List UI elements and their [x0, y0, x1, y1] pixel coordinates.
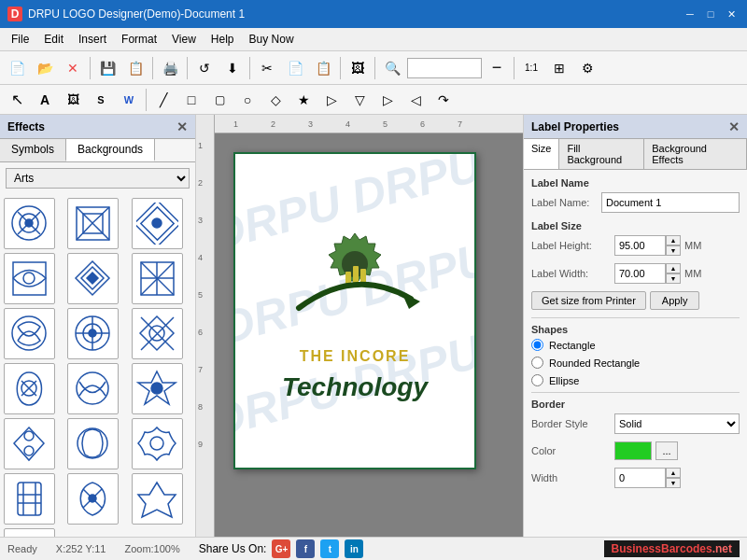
refresh-button[interactable]: ↺: [191, 55, 218, 81]
open-button[interactable]: 📂: [32, 55, 58, 81]
copy-button[interactable]: 📄: [282, 55, 308, 81]
effect-item[interactable]: [67, 253, 119, 304]
get-size-button[interactable]: Get size from Printer: [531, 291, 646, 310]
border-width-up-button[interactable]: ▲: [666, 468, 681, 478]
cut-button[interactable]: ✂: [254, 55, 280, 81]
menu-help[interactable]: Help: [204, 31, 242, 48]
border-width-down-button[interactable]: ▼: [666, 478, 681, 488]
import-button[interactable]: ⬇: [219, 55, 246, 81]
height-up-button[interactable]: ▲: [666, 235, 681, 245]
zoom-input[interactable]: 100%: [407, 58, 482, 78]
doc-title: THE INCORE: [300, 348, 411, 365]
ruler-mark-v: 7: [198, 365, 203, 374]
settings-button[interactable]: ⚙: [574, 55, 600, 81]
effects-close-button[interactable]: ✕: [176, 119, 188, 134]
shape-rounded-radio[interactable]: [531, 357, 543, 369]
menu-format[interactable]: Format: [114, 31, 164, 48]
arrow-narrow-tool[interactable]: ▷: [374, 87, 401, 113]
pointer-tool[interactable]: ↖: [4, 87, 30, 113]
arrow-left-tool[interactable]: ◁: [402, 87, 429, 113]
effect-item[interactable]: [132, 418, 183, 469]
effects-category-dropdown[interactable]: Arts Business Nature Tech: [6, 168, 190, 189]
effect-item[interactable]: [67, 363, 119, 414]
title-bar-controls[interactable]: ─ □ ✕: [682, 6, 740, 22]
save-as-button[interactable]: 📋: [122, 55, 148, 81]
width-input[interactable]: [614, 263, 666, 284]
paste-button[interactable]: 📋: [310, 55, 336, 81]
effect-item[interactable]: [67, 418, 119, 469]
effect-item[interactable]: [67, 473, 119, 525]
tab-fill-background[interactable]: Fill Background: [559, 139, 644, 169]
border-color-picker-button[interactable]: ...: [655, 441, 678, 460]
menu-buynow[interactable]: Buy Now: [242, 31, 302, 48]
effect-item[interactable]: [4, 528, 55, 537]
height-down-button[interactable]: ▼: [666, 245, 681, 256]
effect-item[interactable]: [4, 473, 55, 525]
image-button[interactable]: 🖼: [345, 55, 371, 81]
effect-item[interactable]: [67, 198, 119, 249]
minimize-button[interactable]: ─: [682, 6, 698, 22]
width-spinner: ▲ ▼: [614, 263, 681, 284]
effect-item[interactable]: [4, 198, 55, 249]
rect-tool[interactable]: □: [178, 87, 204, 113]
menu-view[interactable]: View: [164, 31, 204, 48]
shape-ellipse-radio[interactable]: [531, 374, 543, 386]
line-tool[interactable]: ╱: [150, 87, 176, 113]
star-tool[interactable]: ★: [290, 87, 317, 113]
grid-button[interactable]: ⊞: [546, 55, 572, 81]
barcode-tool[interactable]: S: [88, 87, 114, 113]
text-tool[interactable]: A: [32, 87, 58, 113]
border-style-select[interactable]: Solid Dashed Dotted: [614, 413, 740, 434]
width-down-button[interactable]: ▼: [666, 273, 681, 284]
circle-tool[interactable]: ○: [234, 87, 261, 113]
facebook-icon[interactable]: f: [296, 539, 315, 558]
tab-size[interactable]: Size: [524, 139, 559, 169]
border-color-swatch[interactable]: [614, 441, 652, 460]
new-button[interactable]: 📄: [4, 55, 30, 81]
curve-tool[interactable]: ↷: [430, 87, 457, 113]
google-plus-icon[interactable]: G+: [272, 539, 290, 558]
effect-item[interactable]: [4, 363, 55, 414]
save-button[interactable]: 💾: [94, 55, 120, 81]
shape-rectangle-radio[interactable]: [531, 339, 543, 351]
tab-background-effects[interactable]: Background Effects: [644, 139, 747, 169]
actual-size-button[interactable]: 1:1: [518, 55, 544, 81]
effect-item[interactable]: [67, 308, 119, 359]
word-tool[interactable]: W: [116, 87, 142, 113]
category-select[interactable]: Arts Business Nature Tech: [6, 168, 190, 189]
print-button[interactable]: 🖨️: [157, 55, 183, 81]
effect-item[interactable]: [132, 253, 183, 304]
menu-insert[interactable]: Insert: [71, 31, 114, 48]
image-insert-tool[interactable]: 🖼: [60, 87, 86, 113]
document-canvas[interactable]: DRPU DRPU DRPU DRPU DRPU DRPU: [233, 152, 476, 469]
border-style-label: Border Style: [531, 418, 611, 429]
effect-item[interactable]: [4, 308, 55, 359]
border-width-input[interactable]: [614, 468, 666, 488]
effect-item[interactable]: [132, 308, 183, 359]
tab-backgrounds[interactable]: Backgrounds: [66, 139, 155, 161]
apply-button[interactable]: Apply: [650, 291, 700, 310]
arrow-right-tool[interactable]: ▷: [318, 87, 345, 113]
linkedin-icon[interactable]: in: [345, 539, 363, 558]
zoom-out-button[interactable]: 🔍: [379, 55, 405, 81]
close-doc-button[interactable]: ✕: [60, 55, 86, 81]
effect-item[interactable]: [4, 253, 55, 304]
twitter-icon[interactable]: t: [320, 539, 339, 558]
triangle-tool[interactable]: ▽: [346, 87, 373, 113]
menu-edit[interactable]: Edit: [36, 31, 71, 48]
close-button[interactable]: ✕: [723, 6, 740, 22]
effect-item[interactable]: [132, 363, 183, 414]
label-name-input[interactable]: [601, 192, 740, 213]
width-up-button[interactable]: ▲: [666, 263, 681, 273]
props-close-button[interactable]: ✕: [728, 119, 740, 134]
effect-item[interactable]: [132, 198, 183, 249]
height-input[interactable]: [614, 235, 666, 256]
effect-item[interactable]: [132, 473, 183, 525]
tab-symbols[interactable]: Symbols: [0, 139, 66, 161]
maximize-button[interactable]: □: [702, 6, 719, 22]
diamond-tool[interactable]: ◇: [262, 87, 289, 113]
effect-item[interactable]: [4, 418, 55, 469]
round-rect-tool[interactable]: ▢: [206, 87, 233, 113]
zoom-minus-button[interactable]: −: [484, 55, 510, 81]
menu-file[interactable]: File: [4, 31, 36, 48]
